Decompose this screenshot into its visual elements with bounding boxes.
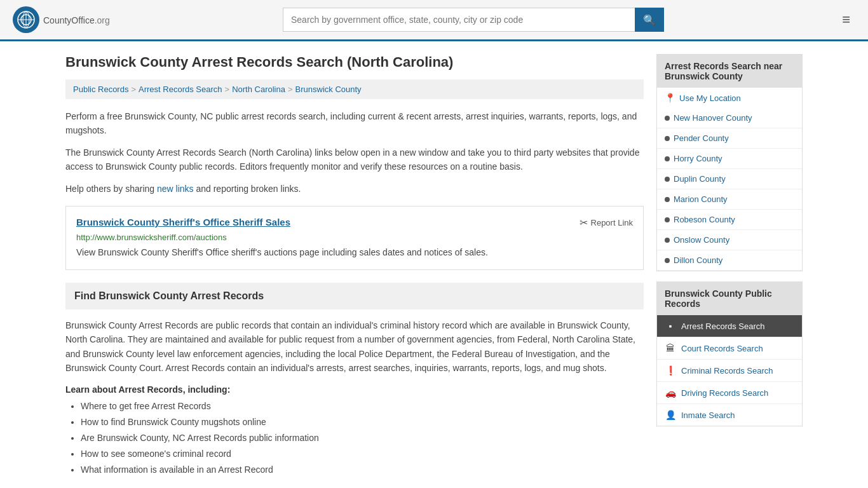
pub-rec-link[interactable]: Criminal Records Search [681,366,773,376]
find-heading: Find Brunswick County Arrest Records [74,290,635,302]
hamburger-icon: ≡ [842,11,850,27]
main-container: Brunswick County Arrest Records Search (… [53,41,815,488]
link-description: View Brunswick County Sheriff's Office s… [76,246,633,259]
search-input[interactable] [283,8,635,32]
nearby-county-link[interactable]: New Hanover County [674,113,752,123]
pub-rec-icon-2: ❗ [665,365,676,376]
report-label: Report Link [591,218,633,227]
nearby-list: 📍 Use My Location [657,88,802,108]
logo-text: CountyOffice.org [43,13,110,27]
learn-list-item: Where to get free Arrest Records [81,400,644,413]
pub-rec-item-2[interactable]: ❗Criminal Records Search [657,360,802,382]
nearby-county-item[interactable]: Horry County [657,149,802,169]
desc-text-2: The Brunswick County Arrest Records Sear… [65,146,644,174]
pub-rec-icon-3: 🚗 [665,388,676,398]
learn-list-item: What information is available in an Arre… [81,463,644,477]
link-card: Brunswick County Sheriff's Office Sherif… [65,206,644,270]
sidebar: Arrest Records Search near Brunswick Cou… [656,54,803,479]
county-dot-icon [665,197,670,202]
use-location-item[interactable]: 📍 Use My Location [657,88,802,108]
pub-rec-item-1[interactable]: 🏛Court Records Search [657,337,802,360]
link-url[interactable]: http://www.brunswicksheriff.com/auctions [76,233,633,242]
nearby-county-link[interactable]: Onslow County [674,235,729,245]
county-dot-icon [665,258,670,263]
breadcrumb-sep-2: > [225,85,230,94]
county-dot-icon [665,238,670,243]
pub-rec-icon-4: 👤 [665,410,676,420]
nearby-county-link[interactable]: Horry County [674,154,722,163]
nearby-title: Arrest Records Search near Brunswick Cou… [657,55,802,88]
logo-icon [13,6,39,33]
nearby-county-item[interactable]: Marion County [657,189,802,210]
nearby-county-item[interactable]: New Hanover County [657,108,802,128]
pub-rec-item-4[interactable]: 👤Inmate Search [657,404,802,426]
desc-text-1: Perform a free Brunswick County, NC publ… [65,109,644,138]
scissors-icon: ✂ [580,217,588,229]
public-records-section: Brunswick County Public Records ▪Arrest … [656,281,803,426]
pub-rec-link[interactable]: Court Records Search [681,344,763,353]
link-card-header: Brunswick County Sheriff's Office Sherif… [76,217,633,229]
nearby-county-item[interactable]: Dillon County [657,250,802,271]
use-location-link[interactable]: Use My Location [679,93,741,103]
county-dot-icon [665,116,670,121]
search-button[interactable]: 🔍 [635,8,664,32]
nearby-county-link[interactable]: Marion County [674,194,728,204]
learn-list: Where to get free Arrest RecordsHow to f… [65,400,644,477]
desc3-prefix: Help others by sharing [65,184,157,194]
breadcrumb: Public Records > Arrest Records Search >… [65,79,644,99]
new-links-link[interactable]: new links [157,184,194,194]
public-records-list: ▪Arrest Records Search🏛Court Records Sea… [657,315,802,426]
county-dot-icon [665,177,670,182]
nearby-section: Arrest Records Search near Brunswick Cou… [656,54,803,271]
pub-rec-link[interactable]: Driving Records Search [681,388,768,398]
pub-rec-link[interactable]: Inmate Search [681,410,735,420]
breadcrumb-sep-3: > [288,85,293,94]
breadcrumb-north-carolina[interactable]: North Carolina [232,85,285,94]
nearby-county-item[interactable]: Duplin County [657,169,802,189]
desc-text-3: Help others by sharing new links and rep… [65,182,644,196]
header: CountyOffice.org 🔍 ≡ [0,0,868,41]
learn-list-item: How to find Brunswick County mugshots on… [81,416,644,429]
logo-suffix: .org [95,15,110,25]
nearby-county-link[interactable]: Pender County [674,133,729,143]
logo-name: CountyOffice [43,15,95,25]
pub-rec-label: Arrest Records Search [681,322,765,331]
page-title: Brunswick County Arrest Records Search (… [65,54,644,71]
content-area: Brunswick County Arrest Records Search (… [65,54,644,479]
breadcrumb-brunswick-county[interactable]: Brunswick County [295,85,362,94]
pub-rec-icon-0: ▪ [665,321,676,331]
logo-area[interactable]: CountyOffice.org [13,6,110,33]
desc3-suffix: and reporting broken links. [194,184,301,194]
pin-icon: 📍 [665,93,675,103]
nearby-county-link[interactable]: Robeson County [674,215,735,224]
nearby-county-link[interactable]: Duplin County [674,174,726,184]
learn-list-item: Are Brunswick County, NC Arrest Records … [81,431,644,445]
county-dot-icon [665,136,670,141]
nearby-counties-list: New Hanover CountyPender CountyHorry Cou… [657,108,802,271]
menu-button[interactable]: ≡ [837,9,855,30]
public-records-title: Brunswick County Public Records [657,282,802,315]
breadcrumb-arrest-records[interactable]: Arrest Records Search [139,85,222,94]
learn-list-item: How to see someone's criminal record [81,447,644,461]
breadcrumb-sep-1: > [131,85,136,94]
nearby-county-item[interactable]: Pender County [657,128,802,149]
report-link-button[interactable]: ✂ Report Link [580,217,633,229]
search-area: 🔍 [283,8,664,32]
search-icon: 🔍 [643,15,656,25]
pub-rec-item-3[interactable]: 🚗Driving Records Search [657,382,802,404]
breadcrumb-public-records[interactable]: Public Records [73,85,128,94]
nearby-county-item[interactable]: Onslow County [657,230,802,250]
find-body-text: Brunswick County Arrest Records are publ… [65,318,644,376]
learn-heading: Learn about Arrest Records, including: [65,384,644,395]
nearby-county-item[interactable]: Robeson County [657,210,802,230]
pub-rec-icon-1: 🏛 [665,343,676,353]
link-title[interactable]: Brunswick County Sheriff's Office Sherif… [76,217,290,227]
county-dot-icon [665,156,670,161]
nearby-county-link[interactable]: Dillon County [674,255,722,265]
county-dot-icon [665,217,670,222]
pub-rec-item-0[interactable]: ▪Arrest Records Search [657,315,802,337]
find-section-header: Find Brunswick County Arrest Records [65,283,644,309]
